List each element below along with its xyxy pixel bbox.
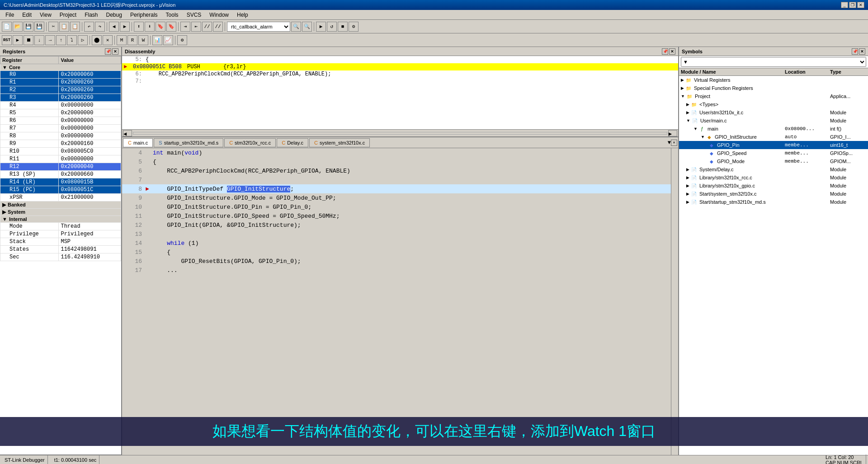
symbols-pin-button[interactable]: 📌: [852, 48, 858, 55]
breakpoint-button[interactable]: ⬤: [92, 35, 102, 45]
find-button[interactable]: 🔍: [291, 22, 301, 32]
tab-label-system: system_stm32f10x.c: [320, 140, 365, 145]
sym-project[interactable]: ▼ 📁 Project Applica...: [679, 92, 868, 100]
sym-start-system[interactable]: ▶ 📄 Start/system_stm32f10x.c Module: [679, 190, 868, 198]
search-button[interactable]: 🔍: [302, 22, 312, 32]
menu-tools[interactable]: Tools: [162, 11, 182, 19]
tab-close-button[interactable]: ✕: [671, 140, 677, 146]
nav-fwd-button[interactable]: ▶: [120, 22, 130, 32]
sym-sfr[interactable]: ▶ 📁 Special Function Registers: [679, 84, 868, 92]
status-bar: ST-Link Debugger t1: 0.00043100 sec Ln: …: [0, 455, 868, 464]
registers-pin-button[interactable]: 📌: [105, 48, 111, 55]
sym-gpio-initstruct[interactable]: ▼ ◆ GPIO_InitStructure auto GPIO_I...: [679, 133, 868, 141]
save-button[interactable]: 💾: [24, 22, 33, 32]
indent-button[interactable]: ⇥: [180, 22, 190, 32]
uncomment-button[interactable]: //: [213, 22, 223, 32]
restore-button[interactable]: ❐: [849, 2, 856, 8]
cut-button[interactable]: ✂: [48, 22, 58, 32]
code-tab-system[interactable]: C system_stm32f10x.c: [309, 138, 370, 147]
reg-value: 0x00000000: [59, 132, 121, 140]
sym-types[interactable]: ▶ 📁 <Types>: [679, 100, 868, 108]
logic-analyzer-button[interactable]: 📊: [152, 35, 162, 45]
stop-button[interactable]: ⏹: [24, 35, 33, 45]
nav-back-button[interactable]: ◀: [109, 22, 119, 32]
menu-flash[interactable]: Flash: [81, 11, 101, 19]
sym-virtual-registers[interactable]: ▶ 📁 Virtual Registers: [679, 76, 868, 84]
icon-func-main: ƒ: [698, 125, 706, 132]
sym-gpio-pin[interactable]: ◆ GPIO_Pin membe... uint16_t: [679, 141, 868, 149]
sym-lib-rcc[interactable]: ▶ 📄 Library/stm32f10x_rcc.c Module: [679, 173, 868, 182]
run-to-cursor-button[interactable]: ⤵: [67, 35, 77, 45]
sym-system-delay[interactable]: ▶ 📄 System/Delay.c Module: [679, 165, 868, 173]
bookmark-clear-button[interactable]: 🔖: [166, 22, 176, 32]
outdent-button[interactable]: ⇤: [191, 22, 201, 32]
tab-label-rcc: stm32f10x_rcc.c: [235, 140, 271, 145]
sym-start-startup[interactable]: ▶ 📄 Start/startup_stm32f10x_md.s Module: [679, 198, 868, 206]
redo-button[interactable]: ↷: [95, 22, 105, 32]
disasm-scroll-right[interactable]: ▶: [668, 130, 677, 136]
open-file-button[interactable]: 📂: [13, 22, 23, 32]
sym-lib-gpio[interactable]: ▶ 📄 Library/stm32f10x_gpio.c Module: [679, 182, 868, 190]
disasm-scrollbar-h[interactable]: ◀ ▶: [122, 129, 678, 136]
new-file-button[interactable]: 📄: [2, 22, 12, 32]
settings-button[interactable]: ⚙: [349, 22, 359, 32]
sym-gpio-mode[interactable]: ◆ GPIO_Mode membe... GPIOM...: [679, 157, 868, 165]
menu-svcs[interactable]: SVCS: [183, 11, 205, 19]
trace-button[interactable]: 📈: [163, 35, 173, 45]
bookmark-toggle-button[interactable]: 🔖: [156, 22, 165, 32]
function-select[interactable]: rtc_callback_alarm: [227, 22, 290, 32]
minimize-button[interactable]: _: [841, 2, 848, 8]
step-into-button[interactable]: ↓: [34, 35, 44, 45]
code-tab-startup[interactable]: S startup_stm32f10x_md.s: [154, 138, 223, 147]
menu-view[interactable]: View: [36, 11, 55, 19]
rebuild-button[interactable]: ↺: [327, 22, 337, 32]
menu-file[interactable]: File: [2, 11, 18, 19]
save-all-button[interactable]: 💾: [34, 22, 44, 32]
stop-build-button[interactable]: ■: [338, 22, 348, 32]
step-out-button[interactable]: ↑: [56, 35, 66, 45]
disasm-pin-button[interactable]: 📌: [662, 48, 668, 55]
menu-debug[interactable]: Debug: [103, 11, 126, 19]
symbols-filter[interactable]: ▼: [679, 56, 868, 68]
bookmark-next-button[interactable]: ⬇: [145, 22, 155, 32]
symbols-filter-select[interactable]: ▼: [681, 57, 866, 67]
menu-project[interactable]: Project: [56, 11, 80, 19]
code-tab-delay[interactable]: C Delay.c: [277, 138, 308, 147]
disasm-close-button[interactable]: ✕: [669, 48, 675, 55]
sym-user-mainc[interactable]: ▼ 📄 User/main.c Module: [679, 117, 868, 125]
registers-close-button[interactable]: ✕: [112, 48, 118, 55]
menu-window[interactable]: Window: [206, 11, 232, 19]
rst-button[interactable]: RST: [2, 35, 12, 45]
reg-col-value: Value: [59, 56, 121, 64]
sym-gpio-speed[interactable]: ◆ GPIO_Speed membe... GPIOSp...: [679, 149, 868, 157]
watch-window-button[interactable]: W: [138, 35, 148, 45]
menu-help[interactable]: Help: [233, 11, 252, 19]
memory-window-button[interactable]: M: [117, 35, 127, 45]
sym-user-stm32it[interactable]: ▶ 📄 User/stm32f10x_it.c Module: [679, 108, 868, 117]
internal-name: Sec: [0, 253, 59, 261]
kill-breakpoints-button[interactable]: ✕: [103, 35, 113, 45]
register-window-button[interactable]: R: [127, 35, 137, 45]
reg-name: R1: [0, 79, 59, 86]
icon-file-mainc: 📄: [691, 117, 698, 124]
copy-button[interactable]: 📋: [59, 22, 69, 32]
close-button[interactable]: ✕: [857, 2, 864, 8]
code-tab-rcc[interactable]: C stm32f10x_rcc.c: [224, 138, 276, 147]
step-over-button[interactable]: →: [45, 35, 55, 45]
comment-button[interactable]: //: [202, 22, 212, 32]
code-tab-main-c[interactable]: C main.c: [123, 138, 153, 147]
menu-peripherals[interactable]: Peripherals: [127, 11, 161, 19]
paste-button[interactable]: 📋: [70, 22, 80, 32]
settings2-button[interactable]: ⚙: [177, 35, 187, 45]
build-button[interactable]: ▶: [316, 22, 326, 32]
menu-edit[interactable]: Edit: [19, 11, 35, 19]
center-panel: Disassembly 📌 ✕ 5: { ► 0x0800051C B508 P…: [122, 47, 678, 464]
symbols-close-button[interactable]: ✕: [859, 48, 865, 55]
tab-dropdown-button[interactable]: ▼: [668, 140, 671, 146]
show-next-button[interactable]: ▷: [78, 35, 88, 45]
run-button[interactable]: ▶: [13, 35, 23, 45]
disasm-scroll-left[interactable]: ◀: [123, 130, 132, 136]
undo-button[interactable]: ↶: [84, 22, 94, 32]
bookmark-prev-button[interactable]: ⬆: [134, 22, 144, 32]
sym-main-func[interactable]: ▼ ƒ main 0x08000... int f(): [679, 125, 868, 133]
